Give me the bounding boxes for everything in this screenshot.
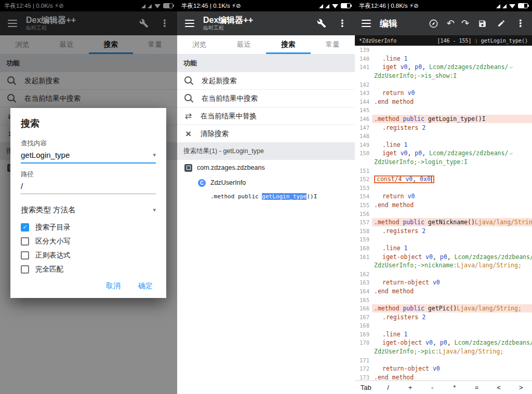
checkbox-row[interactable]: 完全匹配 [21, 262, 156, 276]
code-line[interactable]: 152const/4 v0, 0x0 [355, 175, 532, 184]
symbol-key[interactable]: - [421, 384, 444, 391]
tab-常量[interactable]: 常量 [311, 35, 355, 54]
code-token: 2 [422, 314, 425, 321]
code-line[interactable]: 162 [355, 269, 532, 278]
code-line[interactable]: 168 [355, 321, 532, 330]
search-type-dropdown[interactable]: 搜索类型 方法名 ▾ [21, 205, 156, 215]
checkbox[interactable] [21, 251, 29, 260]
code-line[interactable]: 141iget v0, p0, Lcom/zdzages/zdzbeans/↩ [355, 63, 532, 72]
code-line[interactable]: 151 [355, 166, 532, 175]
code-line[interactable]: 140.line 1 [355, 55, 532, 63]
save-button[interactable] [476, 17, 488, 30]
code-line[interactable]: 164.end method [355, 287, 532, 296]
line-number: 163 [355, 279, 372, 286]
code-line[interactable]: 147.registers 2 [355, 123, 532, 132]
checkbox[interactable] [21, 237, 29, 246]
symbol-key[interactable]: = [466, 384, 488, 391]
symbol-key[interactable]: / [377, 384, 400, 391]
menu-item[interactable]: 在当前结果中搜索 [177, 90, 355, 107]
code-line[interactable]: 167.registers 2 [355, 313, 532, 321]
chevron-down-icon[interactable]: ▾ [153, 152, 156, 158]
code-token: .line [382, 244, 404, 252]
find-input[interactable]: getLogin_type ▾ [21, 149, 156, 164]
tree-class-row[interactable]: C ZdzUserInfo [177, 175, 355, 190]
code-line[interactable]: 146.method public getLogin_type()I [355, 115, 532, 124]
code-line[interactable]: 161iget-object v0, p0, Lcom/zdzages/zdzb… [355, 252, 532, 261]
line-number: 160 [355, 245, 372, 251]
redo-button[interactable]: ↷ [461, 19, 469, 28]
code-line[interactable]: 173.end method [355, 373, 532, 381]
ok-button[interactable]: 确定 [138, 281, 153, 291]
code-line[interactable]: 145 [355, 106, 532, 115]
code-line[interactable]: 157.method public getNickname()Ljava/lan… [355, 218, 532, 227]
code-line[interactable]: 166.method public getPic()Ljava/lang/Str… [355, 304, 532, 313]
code-line[interactable]: 142 [355, 80, 532, 89]
line-number: 154 [355, 193, 372, 199]
code-line[interactable]: 148 [355, 132, 532, 141]
code-line[interactable]: 158.registers 2 [355, 226, 532, 235]
line-content [372, 184, 532, 193]
checkbox-row[interactable]: ✓搜索子目录 [21, 220, 156, 234]
code-line[interactable]: 139 [355, 46, 532, 55]
menu-item[interactable]: 发起新搜索 [177, 72, 355, 90]
chevron-down-icon[interactable]: ▾ [153, 207, 156, 213]
code-line[interactable]: 156 [355, 209, 532, 218]
code-line[interactable]: 143return v0 [355, 89, 532, 98]
menu-item[interactable]: ×清除搜索 [177, 125, 355, 143]
tab-浏览[interactable]: 浏览 [177, 35, 222, 54]
section-header-functions: 功能 [177, 55, 355, 72]
code-line[interactable]: 154return v0 [355, 192, 532, 201]
code-line[interactable]: ZdzUserInfo;->login_type:I [355, 158, 532, 167]
code-line[interactable]: 155.end method [355, 201, 532, 210]
tab-最近[interactable]: 最近 [222, 35, 267, 54]
package-icon [184, 164, 192, 172]
code-token: ZdzUserInfo;->is_show:I [374, 72, 457, 79]
code-line[interactable]: 149.line 1 [355, 141, 532, 150]
symbol-key[interactable]: < [488, 384, 510, 391]
checkbox-label: 正则表达式 [35, 251, 71, 260]
edit-mode-button[interactable] [495, 17, 508, 30]
code-line[interactable]: 150iget v0, p0, Lcom/zdzages/zdzbeans/↩ [355, 149, 532, 158]
checkbox-row[interactable]: 区分大小写 [21, 234, 156, 248]
checkbox[interactable] [21, 265, 29, 274]
class-name: ZdzUserInfo [210, 179, 246, 186]
line-number: 151 [355, 168, 372, 174]
code-line[interactable]: 153 [355, 184, 532, 193]
wrench-button[interactable] [315, 17, 328, 30]
menu-button[interactable] [360, 17, 373, 30]
overflow-button[interactable]: ⋮ [514, 17, 527, 30]
checkbox-row[interactable]: 正则表达式 [21, 248, 156, 262]
code-line[interactable]: ZdzUserInfo;->is_show:I [355, 72, 532, 80]
symbol-key[interactable]: + [399, 384, 421, 391]
tree-method-row[interactable]: .method public getLogin_type()I [177, 190, 355, 202]
code-line[interactable]: 159 [355, 235, 532, 244]
code-line[interactable]: 163return-object v0 [355, 278, 532, 287]
symbol-key[interactable]: * [444, 384, 466, 391]
navigate-button[interactable] [428, 17, 440, 30]
cancel-button[interactable]: 取消 [106, 281, 121, 291]
code-token: v0 [433, 279, 440, 286]
code-line[interactable]: 160.line 1 [355, 244, 532, 253]
code-line[interactable]: 169.line 1 [355, 330, 532, 339]
code-line[interactable]: ZdzUserInfo;->nickname:Ljava/lang/String… [355, 261, 532, 270]
code-editor[interactable]: 139140.line 1141iget v0, p0, Lcom/zdzage… [355, 46, 532, 381]
line-number: 164 [355, 288, 372, 294]
checkbox[interactable]: ✓ [21, 223, 29, 232]
code-line[interactable]: 170iget-object v0, p0, Lcom/zdzages/zdzb… [355, 338, 532, 347]
undo-button[interactable]: ↶ [447, 19, 455, 28]
code-line[interactable]: 165 [355, 295, 532, 304]
code-line[interactable]: ZdzUserInfo;->pic:Ljava/lang/String; [355, 347, 532, 356]
menu-item[interactable]: ⇄在当前结果中替换 [177, 107, 355, 125]
path-input[interactable]: / [21, 180, 156, 194]
code-line[interactable]: 172return-object v0 [355, 364, 532, 373]
symbol-key[interactable]: Tab [355, 384, 377, 391]
code-token: return [382, 193, 407, 200]
tab-搜索[interactable]: 搜索 [266, 35, 311, 54]
overflow-button[interactable]: ⋮ [336, 17, 349, 30]
code-token: .end method [374, 374, 414, 381]
code-line[interactable]: 171 [355, 356, 532, 364]
symbol-key[interactable]: > [510, 384, 532, 391]
code-line[interactable]: 144.end method [355, 98, 532, 106]
tree-package-row[interactable]: com.zdzages.zdzbeans [177, 160, 355, 175]
menu-button[interactable] [183, 17, 196, 30]
